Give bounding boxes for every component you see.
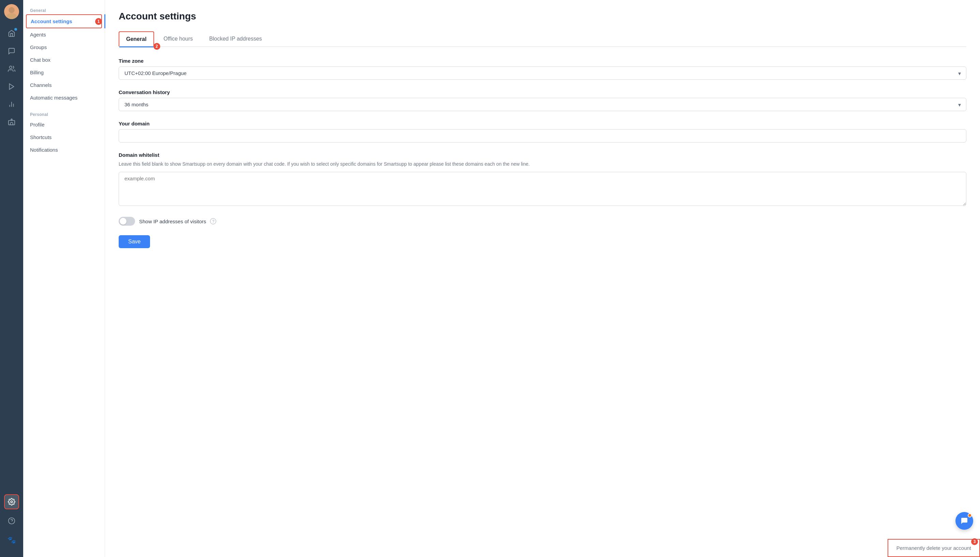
nav-item-profile[interactable]: Profile xyxy=(23,118,105,131)
domain-whitelist-description: Leave this field blank to show Smartsupp… xyxy=(119,161,966,168)
timezone-select[interactable]: UTC+02:00 Europe/Prague UTC+00:00 UTC UT… xyxy=(119,67,966,80)
svg-point-8 xyxy=(11,119,12,121)
nav-item-account-settings[interactable]: Account settings xyxy=(26,14,102,28)
svg-point-2 xyxy=(10,66,12,68)
personal-section-label: Personal xyxy=(23,109,105,118)
nav-sidebar: General Account settings 1 Agents Groups… xyxy=(23,0,105,557)
tabs-container: General 2 Office hours Blocked IP addres… xyxy=(119,31,966,47)
timezone-section: Time zone UTC+02:00 Europe/Prague UTC+00… xyxy=(119,58,966,80)
home-icon[interactable] xyxy=(4,26,19,41)
timezone-select-wrapper: UTC+02:00 Europe/Prague UTC+00:00 UTC UT… xyxy=(119,67,966,80)
help-icon[interactable] xyxy=(4,513,19,528)
settings-icon[interactable] xyxy=(4,494,19,509)
show-ip-row: Show IP addresses of visitors ? xyxy=(119,217,966,226)
your-domain-label: Your domain xyxy=(119,121,966,127)
avatar[interactable] xyxy=(4,4,19,19)
nav-item-chat-box[interactable]: Chat box xyxy=(23,54,105,66)
delete-account-label: Permanently delete your account xyxy=(897,545,971,551)
nav-item-notifications[interactable]: Notifications xyxy=(23,143,105,156)
nav-item-channels[interactable]: Channels xyxy=(23,79,105,91)
main-content: Account settings General 2 Office hours … xyxy=(105,0,980,557)
domain-whitelist-label: Domain whitelist xyxy=(119,152,966,158)
tab-office-hours[interactable]: Office hours xyxy=(157,31,200,46)
analytics-icon[interactable] xyxy=(4,97,19,112)
tab-general[interactable]: General xyxy=(119,31,154,46)
conversation-history-select-wrapper: 12 months 24 months 36 months 48 months xyxy=(119,98,966,111)
page-title: Account settings xyxy=(119,11,966,22)
svg-point-1 xyxy=(7,13,17,19)
svg-point-0 xyxy=(8,7,15,13)
icon-sidebar: 🐾 xyxy=(0,0,23,557)
chat-bubble[interactable] xyxy=(956,512,973,530)
svg-marker-3 xyxy=(10,84,14,90)
automation-icon[interactable] xyxy=(4,79,19,94)
bot-icon[interactable] xyxy=(4,114,19,130)
delete-account-box[interactable]: 3 Permanently delete your account xyxy=(888,539,980,557)
annotation-3: 3 xyxy=(971,538,978,545)
logo-text: 🐾 xyxy=(8,536,16,544)
tab-blocked-ip[interactable]: Blocked IP addresses xyxy=(202,31,269,46)
show-ip-toggle[interactable] xyxy=(119,217,135,226)
nav-item-shortcuts[interactable]: Shortcuts xyxy=(23,131,105,143)
logo-icon: 🐾 xyxy=(4,533,19,547)
save-button[interactable]: Save xyxy=(119,235,150,248)
nav-item-groups[interactable]: Groups xyxy=(23,41,105,54)
chat-icon[interactable] xyxy=(4,44,19,59)
timezone-label: Time zone xyxy=(119,58,966,64)
conversation-history-label: Conversation history xyxy=(119,89,966,95)
show-ip-label: Show IP addresses of visitors xyxy=(139,218,206,224)
annotation-1: 1 xyxy=(95,18,102,25)
nav-item-automatic-messages[interactable]: Automatic messages xyxy=(23,91,105,104)
contacts-icon[interactable] xyxy=(4,61,19,77)
show-ip-help-icon[interactable]: ? xyxy=(210,218,216,224)
conversation-history-select[interactable]: 12 months 24 months 36 months 48 months xyxy=(119,98,966,111)
general-section-label: General xyxy=(23,5,105,14)
your-domain-section: Your domain xyxy=(119,121,966,142)
conversation-history-section: Conversation history 12 months 24 months… xyxy=(119,89,966,111)
nav-item-billing[interactable]: Billing xyxy=(23,66,105,79)
your-domain-input[interactable] xyxy=(119,129,966,142)
domain-whitelist-section: Domain whitelist Leave this field blank … xyxy=(119,152,966,207)
svg-point-10 xyxy=(11,501,13,503)
domain-whitelist-textarea[interactable] xyxy=(119,172,966,206)
nav-item-agents[interactable]: Agents xyxy=(23,28,105,41)
home-badge xyxy=(14,28,17,31)
chat-bubble-notification xyxy=(968,513,972,518)
